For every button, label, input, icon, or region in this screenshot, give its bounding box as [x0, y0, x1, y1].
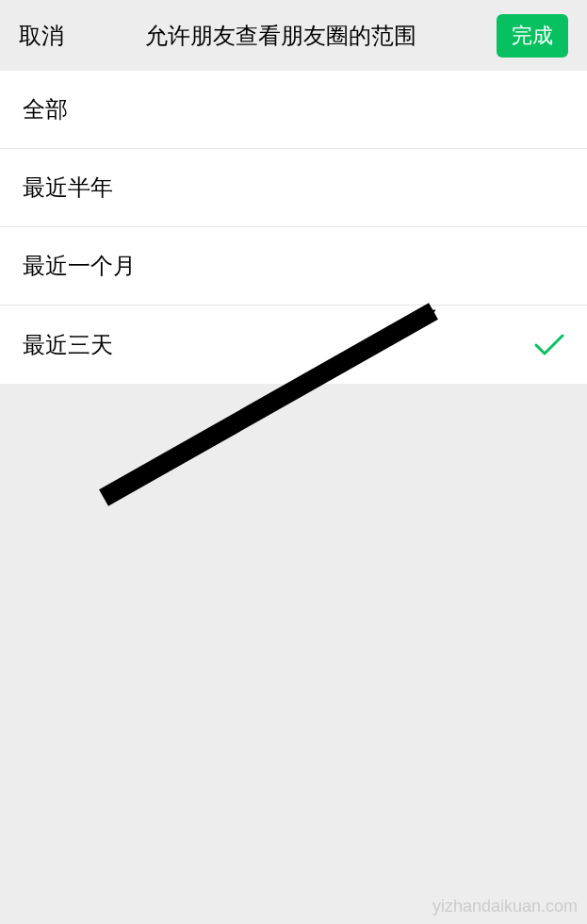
done-button[interactable]: 完成	[497, 14, 568, 58]
option-label: 全部	[23, 94, 68, 124]
header-bar: 取消 允许朋友查看朋友圈的范围 完成	[0, 0, 587, 71]
watermark-text: yizhandaikuan.com	[432, 897, 578, 916]
cancel-button[interactable]: 取消	[19, 21, 64, 51]
page-title: 允许朋友查看朋友圈的范围	[145, 21, 416, 51]
option-label: 最近半年	[23, 173, 113, 203]
option-three-days[interactable]: 最近三天	[0, 305, 587, 384]
option-half-year[interactable]: 最近半年	[0, 149, 587, 227]
check-icon	[534, 333, 564, 357]
option-label: 最近一个月	[23, 251, 136, 281]
options-list: 全部 最近半年 最近一个月 最近三天	[0, 71, 587, 384]
option-label: 最近三天	[23, 330, 113, 360]
option-all[interactable]: 全部	[0, 71, 587, 149]
option-one-month[interactable]: 最近一个月	[0, 227, 587, 305]
